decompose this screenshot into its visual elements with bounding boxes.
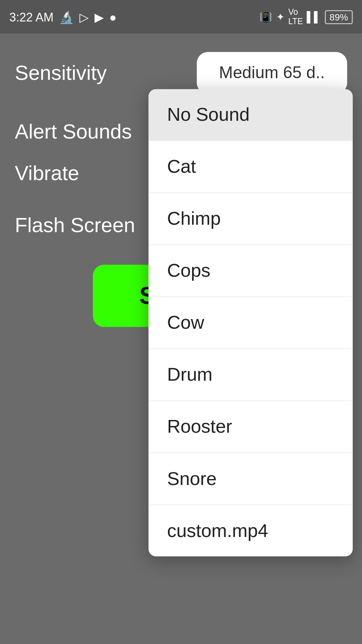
dropdown-item-cow[interactable]: Cow bbox=[148, 297, 353, 349]
dropdown-item-chimp[interactable]: Chimp bbox=[148, 193, 353, 245]
sensitivity-row: Sensitivity Medium 65 d.. bbox=[15, 52, 347, 94]
dropdown-item-no-sound[interactable]: No Sound bbox=[148, 89, 353, 141]
bluetooth-icon: ✦ bbox=[276, 11, 285, 23]
dropdown-item-custom-mp4[interactable]: custom.mp4 bbox=[148, 505, 353, 556]
signal-icon: ▌▌ bbox=[307, 11, 321, 22]
sensitivity-button[interactable]: Medium 65 d.. bbox=[197, 52, 347, 94]
dropdown-item-rooster[interactable]: Rooster bbox=[148, 401, 353, 453]
vibrate-label: Vibrate bbox=[15, 162, 79, 186]
alert-sounds-label: Alert Sounds bbox=[15, 120, 132, 144]
flask-icon: 🔬 bbox=[59, 10, 74, 24]
dropdown-item-drum[interactable]: Drum bbox=[148, 349, 353, 401]
status-bar: 3:22 AM 🔬 ▷ ▶ ● 📳 ✦ VoLTE ▌▌ 89% bbox=[0, 0, 362, 34]
vibrate-icon: 📳 bbox=[259, 11, 273, 23]
time-display: 3:22 AM bbox=[9, 10, 54, 24]
flash-screen-label: Flash Screen bbox=[15, 214, 135, 238]
alert-sounds-dropdown: No SoundCatChimpCopsCowDrumRoosterSnorec… bbox=[148, 89, 353, 556]
pip-icon: ▷ bbox=[79, 10, 89, 24]
dot-icon: ● bbox=[109, 10, 117, 24]
status-right: 📳 ✦ VoLTE ▌▌ 89% bbox=[259, 7, 353, 26]
status-left: 3:22 AM 🔬 ▷ ▶ ● bbox=[9, 10, 117, 24]
volte-icon: VoLTE bbox=[288, 7, 303, 26]
dropdown-item-snore[interactable]: Snore bbox=[148, 453, 353, 505]
dropdown-item-cat[interactable]: Cat bbox=[148, 141, 353, 193]
main-content: Sensitivity Medium 65 d.. Alert Sounds V… bbox=[0, 34, 362, 374]
battery-display: 89% bbox=[325, 10, 353, 24]
youtube-icon: ▶ bbox=[95, 10, 104, 24]
sensitivity-label: Sensitivity bbox=[15, 61, 107, 85]
dropdown-item-cops[interactable]: Cops bbox=[148, 245, 353, 297]
